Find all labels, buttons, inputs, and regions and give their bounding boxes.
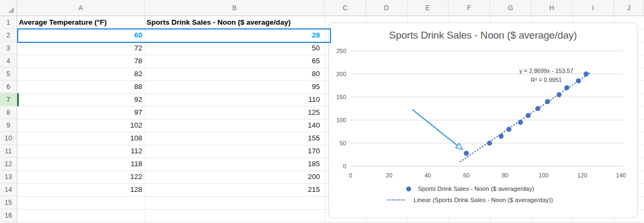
y-tick-label: 250 [336,48,346,54]
cell-A1[interactable]: Average Temperature (°F) [19,16,143,29]
x-tick-label: 120 [577,172,587,179]
cell-A7[interactable]: 92 [17,93,142,106]
cell-A12[interactable]: 118 [17,158,142,170]
cell-B7[interactable]: 110 [145,93,320,106]
cell-A13[interactable]: 122 [17,170,142,183]
column-header-G[interactable]: G [490,0,531,16]
chart[interactable]: 050100150200250020406080100120140 Sports… [328,23,638,218]
cell-B11[interactable]: 170 [145,145,320,158]
x-tick-label: 40 [425,172,431,179]
x-tick-label: 100 [539,172,548,179]
row-header-5[interactable]: 5 [0,68,17,80]
row-header-6[interactable]: 6 [0,80,17,93]
cell-A5[interactable]: 82 [17,68,142,80]
chart-legend: Sports Drink Sales - Noon ($ average/day… [329,185,637,203]
select-all-triangle-icon [8,7,14,13]
data-point [545,99,550,104]
legend-dotted-line-icon [387,198,407,202]
row-header-2[interactable]: 2 [0,29,17,42]
legend-item-linear[interactable]: Linear (Sports Drink Sales - Noon ($ ave… [387,197,553,203]
row-header-8[interactable]: 8 [0,106,17,119]
cell-B5[interactable]: 80 [145,68,320,80]
row-header-11[interactable]: 11 [0,145,17,158]
column-header-F[interactable]: F [449,0,490,16]
equation-line: y = 2.8699x - 153.57 [490,66,603,76]
gridline [17,222,644,222]
annotation-arrowhead-icon [456,143,463,150]
cell-A11[interactable]: 112 [17,145,142,158]
column-header-A[interactable]: A [17,0,145,16]
spreadsheet-app: Average Temperature (°F)Sports Drink Sal… [0,0,644,223]
cell-A6[interactable]: 88 [17,80,142,93]
cell-B10[interactable]: 155 [145,132,320,145]
x-tick-label: 80 [502,172,508,179]
annotation-arrow-line [412,109,457,145]
row-header-15[interactable]: 15 [0,196,17,209]
trendline-equation: y = 2.8699x - 153.57 R² = 0.9951 [490,66,603,85]
data-point [518,120,523,125]
cell-B14[interactable]: 215 [145,183,320,196]
x-tick-label: 20 [386,172,392,179]
column-header-C[interactable]: C [325,0,366,16]
row-header-7[interactable]: 7 [0,93,17,106]
data-point [499,133,503,138]
data-point [526,113,531,118]
column-header-D[interactable]: D [366,0,407,16]
legend-item-series[interactable]: Sports Drink Sales - Noon ($ average/day… [406,185,535,192]
row-header-1[interactable]: 1 [0,16,17,29]
column-header-row: ABCDEFGHIJ [0,0,644,16]
row-header-10[interactable]: 10 [0,132,17,145]
row-header-13[interactable]: 13 [0,170,17,183]
selection-outline[interactable] [17,28,331,43]
cell-B12[interactable]: 185 [145,158,320,170]
column-header-I[interactable]: I [573,0,614,16]
cell-A14[interactable]: 128 [17,183,142,196]
column-header-E[interactable]: E [407,0,449,16]
x-tick-label: 0 [349,172,352,179]
cell-B4[interactable]: 65 [145,55,320,68]
column-header-J[interactable]: J [614,0,644,16]
column-header-B[interactable]: B [145,0,325,16]
legend-linear-label: Linear (Sports Drink Sales - Noon ($ ave… [414,197,553,203]
row-header-16[interactable]: 16 [0,209,17,222]
data-point [565,85,569,90]
cell-A9[interactable]: 102 [17,119,142,132]
x-tick-label: 140 [616,172,626,179]
collaborator-cell-indicator [17,93,19,106]
legend-marker-icon [406,187,411,191]
data-point [557,92,561,97]
cell-B13[interactable]: 200 [145,170,320,183]
y-tick-label: 200 [336,71,346,77]
y-tick-label: 0 [343,163,346,169]
r-squared-line: R² = 0.9951 [490,76,603,85]
cell-A4[interactable]: 78 [17,55,142,68]
cell-B8[interactable]: 125 [145,106,320,119]
y-tick-label: 50 [340,140,346,146]
select-all-corner[interactable] [0,0,17,16]
cell-B6[interactable]: 95 [145,80,320,93]
y-tick-label: 150 [336,94,346,100]
data-point [487,140,492,145]
row-header-14[interactable]: 14 [0,183,17,196]
gridline [325,16,325,223]
column-header-H[interactable]: H [531,0,573,16]
cell-A10[interactable]: 108 [17,132,142,145]
row-header-12[interactable]: 12 [0,158,17,170]
cell-A8[interactable]: 97 [17,106,142,119]
data-point [464,151,469,155]
x-tick-label: 60 [463,172,470,179]
row-header-column: 12345678910111213141516 [0,16,17,223]
row-header-4[interactable]: 4 [0,55,17,68]
cell-A3[interactable]: 72 [17,42,142,55]
data-point [507,127,511,132]
chart-title: Sports Drink Sales - Noon ($ average/day… [329,29,637,41]
legend-series-label: Sports Drink Sales - Noon ($ average/day… [418,185,535,192]
data-point [536,106,540,111]
row-header-3[interactable]: 3 [0,42,17,55]
cell-B3[interactable]: 50 [145,42,320,55]
cell-B1[interactable]: Sports Drink Sales - Noon ($ average/day… [147,16,323,29]
cell-B9[interactable]: 140 [145,119,320,132]
y-tick-label: 100 [336,117,346,123]
row-header-9[interactable]: 9 [0,119,17,132]
